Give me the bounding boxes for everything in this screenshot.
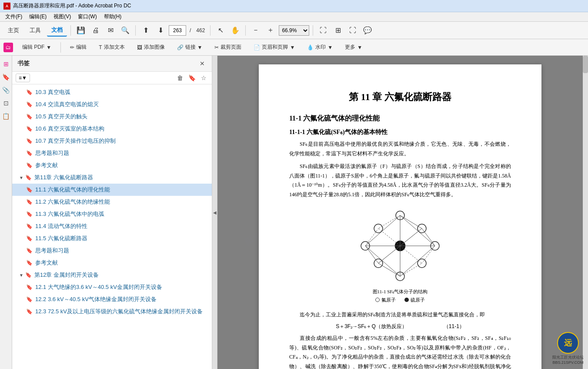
bookmark-item[interactable]: 🔖思考题和习题 xyxy=(12,147,212,159)
bookmark-icon: 🔖 xyxy=(25,174,32,181)
right-scrollbar[interactable] xyxy=(583,56,588,369)
watermark-button[interactable]: 💧 水印 ▼ xyxy=(302,41,337,53)
cursor-tool-button[interactable]: ↖ xyxy=(214,24,227,37)
edit-label: 编辑 xyxy=(76,44,87,51)
bookmark-icon: 🔖 xyxy=(26,260,33,266)
bookmark-item[interactable]: 🔖参考文献 xyxy=(12,257,212,269)
bookmark-item[interactable]: 🔖10.6 真空灭弧室的基本结构 xyxy=(12,123,212,135)
sidebar-icon-content[interactable]: 📋 xyxy=(1,111,11,121)
fullscreen-button[interactable]: ⛶ xyxy=(346,24,359,37)
bookmark-label: 第11章 六氟化硫断路器 xyxy=(34,174,93,181)
header-footer-label: 页眉和页脚 xyxy=(262,44,288,51)
bookmark-item[interactable]: 🔖思考题和习题 xyxy=(12,245,212,257)
zoom-in-button[interactable]: ＋ xyxy=(264,24,277,37)
zoom-out-icon: － xyxy=(252,26,259,35)
app-icon: A xyxy=(3,3,10,10)
bookmark-item[interactable]: 🔖11.1 六氟化硫气体的理化性能 xyxy=(12,184,212,196)
bookmark-label: 11.5 六氟化硫断路器 xyxy=(35,235,87,242)
bookmark-item[interactable]: 🔖参考文献 xyxy=(12,159,212,171)
add-bookmark-button[interactable]: 🔖 xyxy=(187,74,197,82)
scrollbar-thumb[interactable] xyxy=(583,56,588,73)
delete-bookmark-button[interactable]: 🗑 xyxy=(175,74,185,82)
bookmark-item[interactable]: 🔖11.5 六氟化硫断路器 xyxy=(12,232,212,245)
fit-page-button[interactable]: ⛶ xyxy=(317,24,330,37)
bookmark-item[interactable]: 🔖11.4 流动气体的特性 xyxy=(12,220,212,232)
bookmarks-title: 书签 xyxy=(17,60,30,67)
bookmark-label: 11.4 流动气体的特性 xyxy=(35,222,87,230)
more-button[interactable]: 更多 ▼ xyxy=(340,41,367,53)
bookmark-item[interactable]: 🔖11.2 六氟化硫气体的绝缘性能 xyxy=(12,196,212,208)
edit-button[interactable]: ✏ 编辑 xyxy=(65,41,91,53)
bookmark-item[interactable]: 🔖12.2 3.6 kV～40.5 kV气体绝缘金属封闭开关设备 xyxy=(12,293,212,305)
bookmark-item[interactable]: ▼🔖第11章 六氟化硫断路器 xyxy=(12,171,212,184)
logo-icon: 远 xyxy=(564,338,572,348)
add-text-button[interactable]: T 添加文本 xyxy=(94,41,129,53)
page-number-input[interactable] xyxy=(169,25,186,36)
bookmark-label: 11.2 六氟化硫气体的绝缘性能 xyxy=(35,198,110,206)
hand-tool-button[interactable]: ✋ xyxy=(229,24,242,37)
bookmark-item[interactable]: 🔖12.1 大气绝缘的3.6 kV～40.5 kV金属封闭开关设备 xyxy=(12,281,212,293)
fit-width-button[interactable]: ⊞ xyxy=(331,24,344,37)
tools-button[interactable]: 工具 xyxy=(25,25,45,36)
more-icon: ▼ xyxy=(357,44,362,50)
crop-button[interactable]: ✂ 裁剪页面 xyxy=(210,41,246,53)
panel-collapse-handle[interactable]: ◀ xyxy=(212,56,217,369)
bookmark-icon: 🔖 xyxy=(25,272,32,278)
pdf-viewer[interactable]: 阳光工匠 BBS.21SPV.COM 阳光工匠 阳光工匠光伏论坛 第 11 章 … xyxy=(217,56,583,369)
prev-page-button[interactable]: ⬆ xyxy=(139,24,152,37)
link-button[interactable]: 🔗 链接 ▼ xyxy=(172,41,207,53)
bookmark-item[interactable]: 🔖10.3 真空电弧 xyxy=(12,86,212,98)
save-button[interactable]: 💾 xyxy=(74,24,87,37)
doc-button[interactable]: 文档 xyxy=(47,24,67,37)
sidebar-icon-bookmarks[interactable]: ⊞ xyxy=(1,59,11,69)
bookmark-label: 10.4 交流真空电弧的熄灭 xyxy=(35,101,99,108)
menu-bar: 文件(F) 编辑(E) 视图(V) 窗口(W) 帮助(H) xyxy=(0,12,588,22)
bookmarks-list[interactable]: 🔖10.3 真空电弧🔖10.4 交流真空电弧的熄灭🔖10.5 真空开关的触头🔖1… xyxy=(12,84,212,369)
expand-icon[interactable]: ▼ xyxy=(19,175,23,180)
search-button[interactable]: 🔍 xyxy=(119,24,132,37)
bookmark-icon: 🔖 xyxy=(26,248,33,254)
bookmark-item[interactable]: 🔖10.4 交流真空电弧的熄灭 xyxy=(12,98,212,111)
sulfur-label: 硫原子 xyxy=(411,297,425,303)
menu-file[interactable]: 文件(F) xyxy=(2,12,26,21)
add-text-icon: T xyxy=(99,44,102,50)
bookmarks-list-btn[interactable]: ≡▼ xyxy=(16,74,30,82)
zoom-select[interactable]: 66.9% 50% 75% 100% 125% 150% xyxy=(279,25,309,36)
sulfur-dot xyxy=(404,298,409,302)
para1: SF₆是目前高压电器中使用的最优良的灭弧和绝缘介质，它无色、无味、无毒，不会燃烧… xyxy=(289,140,511,158)
menu-help[interactable]: 帮助(H) xyxy=(100,12,125,21)
bookmark-item[interactable]: ▼🔖第12章 金属封闭开关设备 xyxy=(12,269,212,281)
print-button[interactable]: 🖨 xyxy=(89,24,102,37)
sidebar-icon-layers[interactable]: 🔖 xyxy=(1,72,11,82)
svg-line-24 xyxy=(422,246,435,263)
sep6 xyxy=(60,42,61,53)
add-image-button[interactable]: 🖼 添加图像 xyxy=(132,41,170,53)
fit-width-icon: ⊞ xyxy=(335,26,341,34)
close-panel-button[interactable]: ✕ xyxy=(198,59,207,68)
page-total: 462 xyxy=(194,27,207,34)
more-label: 更多 xyxy=(345,44,355,51)
bookmark-item[interactable]: 🔖10.5 真空开关的触头 xyxy=(12,111,212,123)
comment-button[interactable]: 💬 xyxy=(361,24,374,37)
bookmark-label: 11.1 六氟化硫气体的理化性能 xyxy=(35,186,110,194)
star-button[interactable]: ☆ xyxy=(199,74,208,82)
zoom-out-button[interactable]: － xyxy=(249,24,262,37)
sidebar-icon-attachments[interactable]: 📎 xyxy=(1,85,11,95)
fluorine-dot xyxy=(375,298,380,302)
bookmark-item[interactable]: 🔖12.3 72.5 kV及以上电压等级的六氟化硫气体绝缘金属封闭开关设备 xyxy=(12,305,212,318)
expand-icon[interactable]: ▼ xyxy=(19,273,23,278)
next-page-button[interactable]: ⬇ xyxy=(154,24,167,37)
email-button[interactable]: ✉ xyxy=(104,24,117,37)
header-footer-button[interactable]: 📄 页眉和页脚 ▼ xyxy=(249,41,300,53)
bookmark-item[interactable]: 🔖10.7 真空开关操作过电压的抑制 xyxy=(12,135,212,147)
menu-view[interactable]: 视图(V) xyxy=(50,12,74,21)
edit-pdf-button[interactable]: 编辑 PDF ▼ xyxy=(17,41,56,53)
home-button[interactable]: 主页 xyxy=(3,25,23,36)
zoom-in-icon: ＋ xyxy=(267,26,274,35)
bookmark-item[interactable]: 🔖11.3 六氟化硫气体中的电弧 xyxy=(12,208,212,220)
svg-line-20 xyxy=(400,246,435,276)
sidebar-icon-pages[interactable]: ⊡ xyxy=(1,98,11,108)
menu-window[interactable]: 窗口(W) xyxy=(74,12,100,21)
menu-edit[interactable]: 编辑(E) xyxy=(26,12,50,21)
bookmark-icon: 🔖 xyxy=(26,162,33,168)
